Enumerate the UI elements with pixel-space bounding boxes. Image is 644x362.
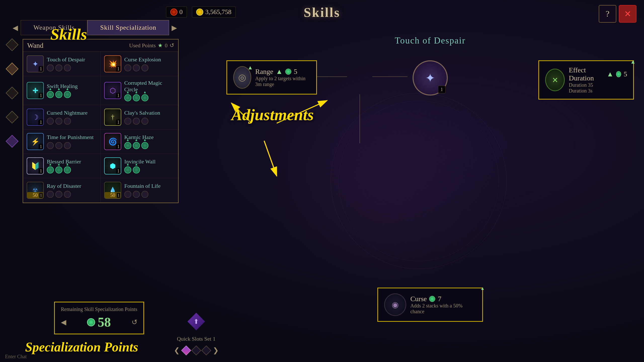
- skill-dot-2: [55, 118, 62, 125]
- skill-dot-filled-1: [124, 166, 131, 173]
- skill-item-swift-healing[interactable]: ✚ 1 Swift Healing: [23, 76, 101, 105]
- skill-dots-time-for-punishment: [47, 142, 97, 149]
- center-skill-icon[interactable]: ✦ 1: [413, 60, 448, 96]
- skill-dot-filled-2: [55, 166, 62, 173]
- skill-name-touch-of-despair: Touch of Despair: [47, 56, 97, 63]
- skill-dot-2: [55, 142, 62, 149]
- skill-item-clays-salvation[interactable]: † 1 Clay's Salvation: [101, 105, 178, 129]
- quick-slot-icon-symbol: ⬆: [193, 318, 199, 326]
- skill-dot-3: [141, 118, 148, 125]
- skill-dots-invincile-wall: [124, 166, 174, 173]
- skill-dot-filled-3: [64, 91, 71, 98]
- skill-name-karmic-haze: Karmic Haze: [124, 134, 174, 141]
- skill-item-cursed-nightmare[interactable]: ☽ Z 1 Cursed Nightmare: [23, 105, 101, 129]
- skill-icon-corrupted-magic-circle: ⬡ 1: [104, 82, 121, 99]
- skill-item-ray-of-disaster[interactable]: ☢ 50 1 Ray of Disaster: [23, 178, 101, 203]
- quick-slot-dot-2[interactable]: [191, 345, 201, 355]
- skill-dot-3: [64, 118, 71, 125]
- skill-item-invincile-wall[interactable]: ⬢ 1 Invincile Wall: [101, 154, 178, 178]
- quick-slot-dot-3[interactable]: [201, 345, 211, 355]
- center-skill-level: 1: [438, 86, 446, 93]
- quick-slots: ⬆ Quick Slots Set 1 ❮ ❯: [174, 311, 219, 354]
- close-icon: ✕: [624, 9, 631, 19]
- sidebar-diamond-4: [6, 111, 19, 124]
- skill-icon-clays-salvation: † 1: [104, 109, 121, 126]
- sidebar-diamond-5: [6, 135, 19, 148]
- sidebar-diamond-3: [6, 87, 19, 100]
- skill-item-karmic-haze[interactable]: 🌀 1 Karmic Haze: [101, 129, 178, 154]
- currency-item-1: 0: [166, 7, 187, 18]
- used-points-label: Used Points: [129, 42, 156, 49]
- range-box: ◎ ▲ Range ▲ 5 Apply to 2 targets within …: [226, 60, 317, 95]
- range-description: Apply to 2 targets within 3m range: [255, 76, 310, 87]
- tab-skill-specialization[interactable]: Skill Specialization: [87, 20, 169, 35]
- quick-slot-next[interactable]: ❯: [213, 346, 219, 354]
- effect-icon: ✕ ▲: [545, 69, 565, 91]
- spec-refresh-button[interactable]: ↺: [132, 318, 137, 326]
- range-content: ◎ ▲ Range ▲ 5 Apply to 2 targets within …: [233, 66, 310, 89]
- quick-slot-prev[interactable]: ❮: [174, 346, 180, 354]
- skill-info-ray-of-disaster: Ray of Disaster: [47, 183, 97, 198]
- curse-symbol: ◉: [392, 300, 399, 309]
- skill-name-corrupted-magic-circle: Corrupted Magic Circle: [124, 80, 174, 93]
- center-skill-symbol: ✦: [425, 71, 435, 85]
- effect-up-arrow-2: ▲: [607, 70, 614, 78]
- center-skill-node[interactable]: ✦ 1: [413, 60, 448, 96]
- adjustments-annotation: Adjustments: [231, 106, 314, 124]
- help-button[interactable]: ?: [599, 5, 616, 23]
- skill-dots-cursed-nightmare: [47, 118, 97, 125]
- skill-dot-3: [64, 191, 71, 198]
- quick-slot-diamond-icon: ⬆: [186, 311, 206, 332]
- skill-dot-1: [124, 191, 131, 198]
- skill-panel-header: Wand Used Points ★ 0 ↺: [23, 39, 178, 52]
- used-points-value: 0: [165, 42, 168, 49]
- quick-slot-icon-shape: ⬆: [187, 313, 205, 330]
- skill-dot-filled-2: [133, 166, 140, 173]
- skill-info-touch-of-despair: Touch of Despair: [47, 56, 97, 71]
- page-title: Skills: [304, 5, 340, 20]
- range-icon: ◎ ▲: [233, 66, 251, 89]
- skill-item-corrupted-magic-circle[interactable]: ⬡ 1 Corrupted Magic Circle: [101, 76, 178, 105]
- skill-icon-karmic-haze: 🌀 1: [104, 133, 121, 150]
- skill-dot-1: [124, 118, 131, 125]
- curse-gem-icon: [429, 296, 435, 302]
- skill-dot-2: [55, 191, 62, 198]
- skill-info-cursed-nightmare: Cursed Nightmare: [47, 110, 97, 125]
- skill-item-time-for-punishment[interactable]: ⚡ 1 Time for Punishment: [23, 129, 101, 154]
- skill-info-curse-explosion: Curse Explosion: [124, 56, 174, 71]
- skill-info-swift-healing: Swift Healing: [47, 83, 97, 98]
- skill-dot-filled-1: [47, 91, 54, 98]
- skill-info-corrupted-magic-circle: Corrupted Magic Circle: [124, 80, 174, 101]
- curse-icon: ◉ ▲: [384, 293, 406, 316]
- skill-dots-ray-of-disaster: [47, 191, 97, 198]
- skill-item-blessed-barrier[interactable]: 🔰 1 Blessed Barrier: [23, 154, 101, 178]
- skill-dot-filled-1: [47, 166, 54, 173]
- currency-bar: 0 3,565,758: [166, 7, 236, 18]
- tab-arrow-right[interactable]: ▶: [169, 24, 180, 32]
- curse-text: Curse 7 Adds 2 stacks with a 50% chance: [410, 295, 476, 314]
- tab-arrow-left[interactable]: ◀: [10, 24, 21, 32]
- skill-name-fountain-of-life: Fountain of Life: [124, 183, 174, 189]
- range-label: Range: [255, 68, 273, 76]
- currency-value-2: 3,565,758: [205, 8, 231, 16]
- spec-decrease-button[interactable]: ◀: [61, 318, 66, 326]
- skill-item-touch-of-despair[interactable]: ✦ 1 Touch of Despair: [23, 52, 101, 76]
- skill-dot-filled-2: [133, 142, 140, 149]
- skill-item-fountain-of-life[interactable]: 💧 50 1 Fountain of Life: [101, 178, 178, 203]
- skill-dot-1: [124, 64, 131, 71]
- close-button[interactable]: ✕: [619, 5, 636, 23]
- skill-item-curse-explosion[interactable]: 💥 1 Curse Explosion: [101, 52, 178, 76]
- used-points-reset[interactable]: ↺: [170, 42, 174, 49]
- skill-dot-1: [47, 118, 54, 125]
- curse-description: Adds 2 stacks with a 50% chance: [410, 303, 476, 314]
- range-text: Range ▲ 5 Apply to 2 targets within 3m r…: [255, 68, 310, 87]
- skill-dot-filled-1: [124, 94, 131, 101]
- effect-value: 5: [624, 70, 627, 78]
- spec-annotation: Specialization Points: [25, 340, 138, 354]
- skill-info-karmic-haze: Karmic Haze: [124, 134, 174, 149]
- skill-name-curse-explosion: Curse Explosion: [124, 56, 174, 63]
- effect-up-arrow: ▲: [630, 59, 636, 65]
- curse-up-arrow-icon: ▲: [480, 286, 485, 291]
- spec-points-box: Remaining Skill Specialization Points ◀ …: [54, 302, 144, 334]
- quick-slot-dot-1[interactable]: [181, 345, 191, 355]
